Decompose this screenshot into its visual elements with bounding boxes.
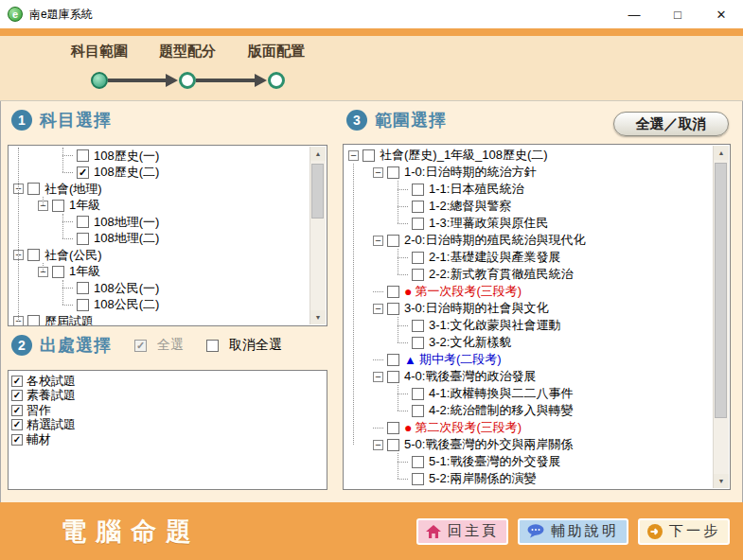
tree-item[interactable]: −歷屆試題: [9, 313, 310, 325]
tree-item[interactable]: 3-1:文化啟蒙與社會運動: [345, 317, 714, 334]
minimize-button[interactable]: —: [612, 0, 656, 28]
tree-item[interactable]: 1-2:總督與警察: [345, 198, 714, 215]
tree-item[interactable]: −1年級: [9, 264, 310, 281]
checkbox[interactable]: [52, 200, 64, 212]
deselect-all-checkbox[interactable]: [206, 340, 219, 352]
checkbox[interactable]: [412, 320, 424, 332]
tree-item[interactable]: 108歷史(一): [9, 148, 310, 165]
tree-item[interactable]: 2-2:新式教育貫徹殖民統治: [345, 266, 714, 283]
tree-item[interactable]: ▲期中考(二段考): [345, 351, 714, 368]
tree-item[interactable]: −2-0:日治時期的殖民統治與現代化: [345, 232, 714, 249]
checkbox[interactable]: [387, 235, 399, 247]
checkbox[interactable]: ✓: [11, 405, 23, 416]
source-list-item[interactable]: ✓素養試題: [9, 389, 327, 404]
checkbox[interactable]: [363, 149, 375, 162]
collapse-toggle-icon[interactable]: −: [373, 167, 383, 178]
checkbox[interactable]: ✓: [77, 166, 89, 179]
scrollbar[interactable]: ▲ ▼: [310, 147, 326, 324]
collapse-toggle-icon[interactable]: −: [373, 440, 383, 450]
source-list-item[interactable]: ✓習作: [9, 403, 327, 418]
tree-item[interactable]: ●第二次段考(三段考): [345, 419, 714, 436]
scrollbar[interactable]: ▲ ▼: [713, 146, 729, 488]
close-button[interactable]: ✕: [699, 0, 743, 28]
tree-item[interactable]: 108地理(一): [9, 214, 310, 231]
checkbox[interactable]: [27, 315, 40, 325]
tree-item[interactable]: 108公民(二): [9, 297, 310, 314]
maximize-button[interactable]: □: [656, 0, 699, 28]
checkbox[interactable]: [412, 337, 424, 349]
checkbox[interactable]: [77, 233, 89, 245]
source-list-item[interactable]: ✓各校試題: [9, 374, 327, 389]
checkbox[interactable]: [77, 216, 89, 228]
tree-item[interactable]: −5-0:戰後臺灣的外交與兩岸關係: [345, 436, 714, 453]
checkbox[interactable]: [27, 249, 40, 261]
source-list-item[interactable]: ✓輔材: [9, 432, 327, 447]
collapse-toggle-icon[interactable]: −: [373, 372, 383, 382]
collapse-toggle-icon[interactable]: −: [373, 236, 383, 246]
checkbox[interactable]: [412, 201, 424, 213]
scrollbar-thumb[interactable]: [715, 163, 727, 418]
checkbox[interactable]: ✓: [11, 434, 23, 446]
tree-item[interactable]: 2-1:基礎建設與產業發展: [345, 249, 714, 266]
tree-item[interactable]: 3-2:文化新樣貌: [345, 334, 714, 351]
tree-item[interactable]: ✓108歷史(二): [9, 165, 310, 182]
tree-item[interactable]: 108地理(二): [9, 231, 310, 248]
scroll-down-button[interactable]: ▼: [714, 474, 729, 488]
step-circle-current[interactable]: [91, 72, 108, 89]
step-circle-upcoming[interactable]: [179, 72, 196, 89]
tree-item[interactable]: 1-1:日本殖民統治: [345, 181, 714, 198]
help-button[interactable]: 輔助說明: [518, 518, 628, 545]
checkbox[interactable]: [387, 286, 399, 298]
checkbox[interactable]: [387, 166, 399, 179]
scroll-down-button[interactable]: ▼: [310, 310, 326, 324]
scrollbar-thumb[interactable]: [311, 164, 324, 219]
checkbox[interactable]: [387, 371, 399, 383]
tree-item[interactable]: 1-3:理蕃政策與原住民: [345, 215, 714, 232]
checkbox[interactable]: ✓: [11, 390, 23, 401]
scroll-up-button[interactable]: ▲: [714, 146, 729, 160]
step-circle-upcoming[interactable]: [268, 72, 285, 89]
checkbox[interactable]: [27, 183, 40, 195]
checkbox[interactable]: [387, 354, 399, 366]
checkbox[interactable]: [52, 266, 64, 278]
checkbox[interactable]: [77, 282, 89, 294]
checkbox[interactable]: [412, 473, 424, 485]
checkbox[interactable]: [387, 303, 399, 315]
checkbox[interactable]: ✓: [11, 376, 23, 387]
checkbox[interactable]: [412, 269, 424, 281]
source-list-item[interactable]: ✓精選試題: [9, 418, 327, 433]
tree-item[interactable]: −1-0:日治時期的統治方針: [345, 164, 714, 181]
checkbox[interactable]: [412, 388, 424, 400]
checkbox[interactable]: [77, 299, 89, 311]
home-button[interactable]: 回主頁: [416, 518, 508, 545]
tree-item[interactable]: −社會(公民): [9, 247, 310, 264]
tree-item[interactable]: 5-2:兩岸關係的演變: [345, 470, 714, 487]
select-all-toggle-button[interactable]: 全選／取消: [613, 112, 729, 136]
scroll-up-button[interactable]: ▲: [310, 147, 326, 161]
tree-item[interactable]: −4-0:戰後臺灣的政治發展: [345, 368, 714, 385]
tree-item[interactable]: −3-0:日治時期的社會與文化: [345, 300, 714, 317]
checkbox[interactable]: [412, 218, 424, 230]
checkbox[interactable]: [412, 456, 424, 468]
checkbox[interactable]: [387, 439, 399, 451]
tree-item[interactable]: ●第一次段考(三段考): [345, 283, 714, 300]
tree-item[interactable]: 4-2:統治體制的移入與轉變: [345, 402, 714, 419]
next-step-button[interactable]: 下一步: [638, 518, 730, 545]
tree-item[interactable]: 4-1:政權轉換與二二八事件: [345, 385, 714, 402]
select-all-checkbox[interactable]: ✓: [134, 340, 147, 352]
checkbox[interactable]: [77, 149, 89, 162]
checkbox[interactable]: [412, 405, 424, 417]
tree-item[interactable]: −1年級: [9, 198, 310, 215]
tree-item[interactable]: 108公民(一): [9, 280, 310, 297]
tree-item[interactable]: −社會(地理): [9, 181, 310, 198]
tree-item[interactable]: −社會(歷史)_1年級_108歷史(二): [345, 147, 714, 164]
select-all-option[interactable]: ✓ 全選: [134, 337, 184, 354]
deselect-all-option[interactable]: 取消全選: [206, 337, 282, 354]
tree-item[interactable]: 5-1:戰後臺灣的外交發展: [345, 453, 714, 470]
collapse-toggle-icon[interactable]: −: [373, 304, 383, 314]
checkbox[interactable]: ✓: [11, 419, 23, 430]
collapse-toggle-icon[interactable]: −: [348, 150, 359, 161]
checkbox[interactable]: [387, 422, 399, 434]
checkbox[interactable]: [412, 184, 424, 196]
checkbox[interactable]: [412, 252, 424, 264]
